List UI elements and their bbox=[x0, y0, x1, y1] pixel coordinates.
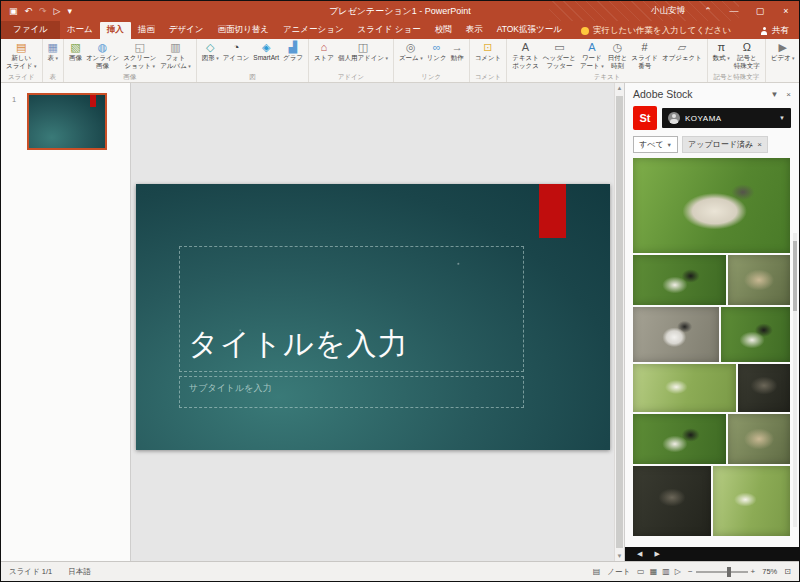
title-placeholder[interactable]: タイトルを入力 bbox=[179, 246, 524, 372]
ribbon-button-online-pictures[interactable]: ◍オンライン画像 bbox=[84, 40, 121, 71]
subtitle-placeholder[interactable]: サブタイトルを入力 bbox=[179, 376, 524, 408]
ribbon-button-my-add-ins[interactable]: ◫個人用アドイン ▾ bbox=[336, 40, 390, 63]
stock-scrollbar[interactable] bbox=[793, 233, 797, 527]
panel-close-icon[interactable]: × bbox=[786, 90, 791, 99]
slide-thumbnail[interactable] bbox=[27, 93, 107, 150]
ribbon-button-slide-number[interactable]: #スライド番号 bbox=[629, 40, 660, 71]
ribbon-button-shapes[interactable]: ◇図形 ▾ bbox=[200, 40, 221, 63]
ribbon-button-text-box[interactable]: Aテキストボックス bbox=[510, 40, 541, 71]
ribbon-button-new-slide[interactable]: ▤新しいスライド ▾ bbox=[4, 40, 39, 71]
zoom-slider[interactable] bbox=[696, 571, 748, 573]
stock-photo-cat-lying-on-grass[interactable] bbox=[633, 158, 790, 253]
reading-view-icon[interactable]: ▥ bbox=[662, 567, 670, 576]
zoom-slider-handle[interactable] bbox=[727, 567, 731, 577]
chip-close-icon[interactable]: × bbox=[757, 140, 762, 149]
stock-photo-bw-cat-grass-2[interactable] bbox=[633, 414, 726, 464]
tab-animations[interactable]: アニメーション bbox=[276, 22, 351, 39]
zoom-out-icon[interactable]: − bbox=[688, 567, 693, 576]
stock-photo-cat-in-meadow[interactable] bbox=[633, 364, 736, 412]
filter-chip-uploaded[interactable]: アップロード済み × bbox=[682, 136, 768, 153]
fit-to-window-icon[interactable]: ⊡ bbox=[784, 567, 791, 576]
language-indicator[interactable]: 日本語 bbox=[68, 567, 91, 577]
tab-slideshow[interactable]: スライド ショー bbox=[351, 22, 428, 39]
close-button[interactable]: × bbox=[773, 1, 799, 21]
canvas-scrollbar[interactable]: ▲ ▼ bbox=[614, 83, 624, 561]
maximize-button[interactable]: ▢ bbox=[747, 1, 773, 21]
zoom-level[interactable]: 75% bbox=[762, 567, 777, 576]
ribbon-group-label: 記号と特殊文字 bbox=[711, 72, 762, 82]
ribbon-button-comment[interactable]: ⊡コメント bbox=[473, 40, 504, 63]
ribbon-button-object[interactable]: ▱オブジェクト bbox=[660, 40, 704, 63]
ribbon-button-smartart[interactable]: ◈SmartArt bbox=[251, 40, 281, 63]
stock-photo-bw-cat-sitting[interactable] bbox=[633, 307, 719, 362]
filter-caret-icon: ▼ bbox=[667, 142, 672, 148]
tab-insert[interactable]: 挿入 bbox=[100, 22, 131, 39]
ribbon-button-zoom[interactable]: ◎ズーム ▾ bbox=[397, 40, 425, 63]
tell-me-box[interactable]: 実行したい作業を入力してください bbox=[581, 25, 731, 39]
slideshow-view-icon[interactable]: ▷ bbox=[675, 567, 681, 576]
tab-file[interactable]: ファイル bbox=[1, 21, 60, 39]
ribbon-group-tables: ▦表 ▾表 bbox=[43, 39, 64, 82]
scrollbar-thumb[interactable] bbox=[616, 96, 623, 548]
stock-photo-bw-cat-on-grass[interactable] bbox=[633, 255, 726, 305]
scroll-up-icon[interactable]: ▲ bbox=[615, 85, 624, 91]
slide-sorter-view-icon[interactable]: ▦ bbox=[650, 567, 658, 576]
account-user-name[interactable]: 小山安博 bbox=[641, 5, 695, 17]
ribbon-button-chart[interactable]: ▟グラフ bbox=[281, 40, 305, 63]
ribbon-button-store[interactable]: ⌂ストア bbox=[312, 40, 336, 63]
ribbon-button-audio[interactable]: ♫オーディオ ▾ bbox=[797, 40, 799, 63]
redo-icon[interactable]: ↷ bbox=[39, 6, 47, 16]
stock-photo-cat-closeup[interactable] bbox=[728, 255, 790, 305]
tab-view[interactable]: 表示 bbox=[459, 22, 490, 39]
panel-options-icon[interactable]: ▼ bbox=[770, 90, 778, 99]
tab-review[interactable]: 校閲 bbox=[428, 22, 459, 39]
stock-photo-dark-cat-closeup[interactable] bbox=[738, 364, 790, 412]
account-dropdown[interactable]: KOYAMA ▼ bbox=[662, 108, 791, 128]
tab-atok[interactable]: ATOK拡張ツール bbox=[490, 22, 569, 39]
ribbon-display-options-button[interactable]: ⌃ bbox=[695, 1, 721, 21]
ribbon-button-link[interactable]: ∞リンク bbox=[425, 40, 449, 63]
tab-home[interactable]: ホーム bbox=[60, 22, 100, 39]
ribbon-button-action[interactable]: →動作 bbox=[449, 40, 466, 63]
filter-all-dropdown[interactable]: すべて ▼ bbox=[633, 136, 678, 153]
ribbon-button-symbol[interactable]: Ω記号と特殊文字 bbox=[732, 40, 762, 71]
stock-photo-cat-walking-grass[interactable] bbox=[721, 307, 790, 362]
tab-design[interactable]: デザイン bbox=[162, 22, 211, 39]
normal-view-icon[interactable]: ▭ bbox=[637, 567, 645, 576]
minimize-button[interactable]: — bbox=[721, 1, 747, 21]
ribbon-button-video[interactable]: ▶ビデオ ▾ bbox=[769, 40, 797, 63]
stock-photo-cat-in-shade[interactable] bbox=[633, 466, 711, 536]
tab-transitions[interactable]: 画面切り替え bbox=[211, 22, 276, 39]
stock-photo-cat-on-hill[interactable] bbox=[713, 466, 791, 536]
ribbon-button-table[interactable]: ▦表 ▾ bbox=[46, 40, 60, 63]
notes-button[interactable]: ノート bbox=[607, 567, 630, 577]
prev-page-icon[interactable]: ◀ bbox=[637, 550, 642, 558]
customize-qat-icon[interactable]: ▾ bbox=[68, 6, 73, 16]
ribbon-button-header-footer[interactable]: ▭ヘッダーとフッター bbox=[541, 40, 578, 71]
share-button[interactable]: 共有 bbox=[750, 25, 799, 39]
slide[interactable]: タイトルを入力 サブタイトルを入力 bbox=[136, 184, 610, 450]
ribbon-button-label: オンライン画像 bbox=[86, 54, 119, 70]
ribbon-button-label: ストア bbox=[314, 54, 334, 62]
ribbon-button-photo-album[interactable]: ▥フォトアルバム ▾ bbox=[158, 40, 193, 71]
zoom-in-icon[interactable]: + bbox=[751, 567, 756, 576]
start-slideshow-icon[interactable]: ▷ bbox=[54, 6, 61, 16]
stock-scrollbar-thumb[interactable] bbox=[793, 241, 797, 311]
slide-accent-bar[interactable] bbox=[539, 184, 566, 238]
dropdown-caret-icon: ▾ bbox=[600, 63, 604, 69]
photo-row bbox=[633, 158, 790, 253]
ribbon-button-icons[interactable]: ◔アイコン bbox=[221, 40, 252, 63]
notes-icon[interactable]: ▤ bbox=[593, 567, 601, 576]
ribbon-button-date-time[interactable]: ◷日付と時刻 bbox=[606, 40, 630, 71]
ribbon-button-wordart[interactable]: Aワードアート ▾ bbox=[578, 40, 606, 71]
ribbon-button-screenshot[interactable]: ◱スクリーンショット ▾ bbox=[121, 40, 158, 71]
stock-photo-tabby-closeup[interactable] bbox=[728, 414, 790, 464]
save-icon[interactable]: ▣ bbox=[9, 6, 18, 16]
scroll-down-icon[interactable]: ▼ bbox=[615, 553, 624, 559]
ribbon-button-equation[interactable]: π数式 ▾ bbox=[711, 40, 732, 63]
next-page-icon[interactable]: ▶ bbox=[654, 550, 659, 558]
ribbon-button-picture[interactable]: ▧画像 bbox=[67, 40, 84, 63]
slide-canvas[interactable]: タイトルを入力 サブタイトルを入力 ▲ ▼ bbox=[131, 83, 624, 561]
tab-draw[interactable]: 描画 bbox=[131, 22, 162, 39]
undo-icon[interactable]: ↶ bbox=[25, 6, 33, 16]
